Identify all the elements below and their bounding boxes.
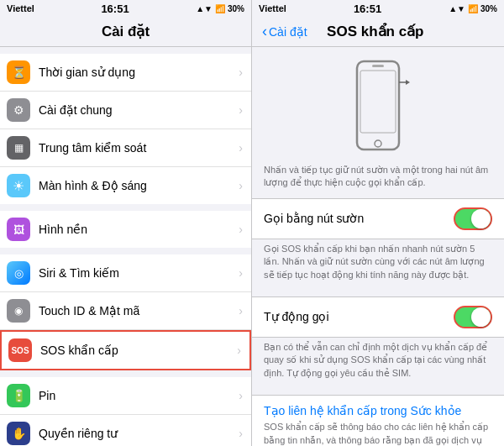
section-2: 🖼 Hình nền › — [0, 211, 251, 248]
section-gap-3 — [0, 248, 251, 254]
toggle2-switch[interactable] — [454, 306, 492, 328]
svg-marker-5 — [406, 80, 410, 85]
section-4: 🔋 Pin › ✋ Quyền riêng tư › — [0, 377, 251, 446]
health-link-section[interactable]: Tạo liên hệ khẩn cấp trong Sức khỏe SOS … — [252, 395, 504, 446]
item-siri[interactable]: ◎ Siri & Tìm kiếm › — [0, 254, 251, 292]
privacy-label: Quyền riêng tư — [39, 427, 239, 440]
item-wallpaper[interactable]: 🖼 Hình nền › — [0, 211, 251, 248]
sos-icon: SOS — [8, 338, 32, 362]
section-3: ◎ Siri & Tìm kiếm › ◉ Touch ID & Mật mã … — [0, 254, 251, 370]
signal-icon: ▲▼ — [196, 4, 213, 13]
chevron-icon: › — [239, 179, 243, 192]
status-bar-right: Viettel 16:51 ▲▼ 📶 30% — [252, 0, 504, 17]
display-icon: ☀ — [7, 174, 30, 197]
chevron-icon: › — [239, 427, 243, 440]
right-icons-right: ▲▼ 📶 30% — [449, 4, 497, 13]
chevron-icon: › — [239, 66, 243, 79]
wifi-icon: 📶 — [215, 4, 225, 13]
siri-label: Siri & Tìm kiếm — [39, 266, 239, 280]
carrier-right: Viettel — [259, 3, 286, 13]
nav-bar-right: ‹ Cài đặt SOS khẩn cấp — [252, 17, 504, 47]
battery-right: 30% — [480, 4, 497, 13]
item-sos[interactable]: SOS SOS khẩn cấp › — [0, 330, 251, 370]
right-icons-left: ▲▼ 📶 30% — [196, 4, 244, 13]
back-label: Cài đặt — [269, 25, 307, 39]
toggle-row-1: Gọi bằng nút sườn — [252, 199, 504, 239]
time-left: 16:51 — [101, 3, 129, 15]
phone-illustration — [252, 47, 504, 160]
section-gap-right-1 — [252, 290, 504, 296]
item-display[interactable]: ☀ Màn hình & Độ sáng › — [0, 167, 251, 204]
general-icon: ⚙ — [7, 98, 30, 122]
chevron-icon: › — [239, 141, 243, 155]
wifi-icon-right: 📶 — [468, 4, 478, 13]
phone-svg — [344, 57, 412, 154]
chevron-icon: › — [239, 266, 243, 280]
wallpaper-label: Hình nền — [39, 223, 239, 236]
nav-bar-left: Cài đặt — [0, 17, 251, 47]
sos-label: SOS khẩn cấp — [40, 344, 237, 357]
back-chevron-icon: ‹ — [262, 23, 267, 40]
right-panel: Viettel 16:51 ▲▼ 📶 30% ‹ Cài đặt SOS khẩ… — [251, 0, 504, 446]
chevron-icon: › — [239, 389, 243, 402]
chevron-icon: › — [239, 223, 243, 236]
toggle-row-2: Tự động gọi — [252, 297, 504, 337]
left-panel: Viettel 16:51 ▲▼ 📶 30% Cài đặt ⏳ Thời gi… — [0, 0, 251, 446]
battery-left: 30% — [228, 4, 244, 13]
time-right: 16:51 — [354, 3, 381, 15]
item-privacy[interactable]: ✋ Quyền riêng tư › — [0, 415, 251, 446]
display-label: Màn hình & Độ sáng — [39, 179, 239, 192]
general-label: Cài đặt chung — [39, 103, 239, 117]
health-link-title[interactable]: Tạo liên hệ khẩn cấp trong Sức khỏe — [264, 404, 492, 417]
item-general[interactable]: ⚙ Cài đặt chung › — [0, 92, 251, 129]
item-control-center[interactable]: ▦ Trung tâm kiểm soát › — [0, 129, 251, 167]
pin-label: Pin — [39, 389, 239, 402]
svg-rect-3 — [372, 65, 384, 67]
health-link-desc: SOS khẩn cấp sẽ thông báo cho các liên h… — [264, 421, 492, 446]
wallpaper-icon: 🖼 — [7, 218, 30, 241]
right-content: Nhấn và tiếp tục giữ nút sườn và một tro… — [252, 47, 504, 446]
screen-time-label: Thời gian sử dụng — [39, 66, 239, 79]
touchid-label: Touch ID & Mật mã — [39, 304, 239, 317]
back-button[interactable]: ‹ Cài đặt — [262, 23, 307, 40]
toggle1-label: Gọi bằng nút sườn — [264, 212, 454, 225]
toggle1-switch[interactable] — [454, 207, 492, 230]
signal-icon-right: ▲▼ — [449, 4, 465, 13]
screen-time-icon: ⏳ — [7, 60, 30, 84]
privacy-icon: ✋ — [7, 422, 30, 445]
phone-description: Nhấn và tiếp tục giữ nút sườn và một tro… — [252, 160, 504, 198]
settings-list: ⏳ Thời gian sử dụng › ⚙ Cài đặt chung › … — [0, 47, 251, 446]
toggle2-desc: Bạn có thể vẫn can chỉ định một dịch vụ … — [252, 338, 504, 388]
status-bar-left: Viettel 16:51 ▲▼ 📶 30% — [0, 0, 251, 17]
chevron-icon: › — [239, 304, 243, 317]
item-touchid[interactable]: ◉ Touch ID & Mật mã › — [0, 292, 251, 330]
section-1: ⏳ Thời gian sử dụng › ⚙ Cài đặt chung › … — [0, 54, 251, 204]
section-gap-2 — [0, 204, 251, 211]
section-gap-1 — [0, 47, 251, 54]
chevron-icon: › — [239, 103, 243, 117]
left-nav-title: Cài đặt — [102, 23, 150, 40]
control-center-icon: ▦ — [7, 136, 30, 160]
item-screen-time[interactable]: ⏳ Thời gian sử dụng › — [0, 54, 251, 92]
pin-icon: 🔋 — [7, 384, 30, 407]
section-gap-4 — [0, 370, 251, 377]
toggle-section-1: Gọi bằng nút sườn — [252, 198, 504, 239]
control-center-label: Trung tâm kiểm soát — [39, 141, 239, 155]
toggle1-desc: Gọi SOS khẩn cấp khi bạn nhấn nhanh nút … — [252, 239, 504, 290]
touchid-icon: ◉ — [7, 299, 30, 323]
item-pin[interactable]: 🔋 Pin › — [0, 377, 251, 415]
siri-icon: ◎ — [7, 261, 30, 285]
toggle-section-2: Tự động gọi — [252, 296, 504, 338]
carrier-left: Viettel — [7, 3, 34, 13]
toggle2-label: Tự động gọi — [264, 310, 454, 323]
svg-point-2 — [375, 140, 381, 147]
section-gap-right-2 — [252, 388, 504, 395]
right-page-title: SOS khẩn cấp — [307, 23, 444, 40]
svg-rect-1 — [360, 71, 396, 133]
chevron-icon: › — [237, 344, 241, 357]
svg-rect-0 — [357, 61, 399, 150]
